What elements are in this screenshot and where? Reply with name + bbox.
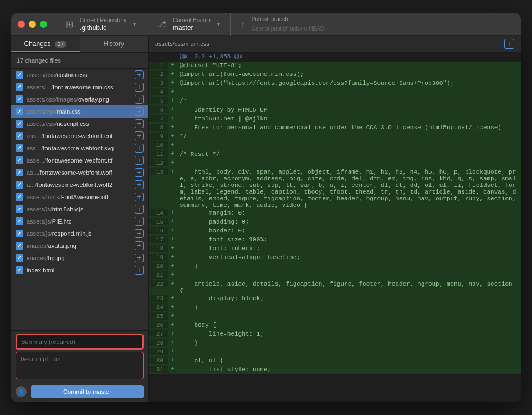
file-stage-button[interactable]: + bbox=[135, 241, 144, 250]
summary-input[interactable] bbox=[16, 334, 144, 350]
file-checkbox[interactable] bbox=[16, 242, 23, 250]
file-checkbox[interactable] bbox=[16, 205, 23, 213]
file-item[interactable]: a.../fontawesome-webfont.woff2+ bbox=[11, 179, 148, 191]
file-checkbox[interactable] bbox=[16, 132, 23, 140]
file-stage-button[interactable]: + bbox=[135, 119, 144, 128]
file-item[interactable]: ass.../fontawesome-webfont.eot+ bbox=[11, 130, 148, 142]
diff-line: 26+ body { bbox=[149, 321, 521, 330]
description-input[interactable] bbox=[16, 352, 144, 379]
file-item[interactable]: asse.../fontawesome-webfont.ttf+ bbox=[11, 154, 148, 166]
file-item[interactable]: assets/css/main.css+ bbox=[11, 105, 148, 118]
changes-badge: 17 bbox=[55, 41, 66, 48]
file-item[interactable]: assets/js/respond.min.js+ bbox=[11, 227, 148, 240]
repo-icon: ⊞ bbox=[66, 19, 73, 29]
file-checkbox[interactable] bbox=[16, 266, 23, 274]
diff-line: 22+ article, aside, details, figcaption,… bbox=[149, 280, 521, 295]
file-checkbox[interactable] bbox=[16, 120, 23, 128]
file-list: assets/css/custom.css+assets/.../font-aw… bbox=[11, 69, 148, 330]
sidebar: Changes 17 History 17 changed files asse… bbox=[11, 36, 149, 402]
branch-section[interactable]: ⎇ Current Branch master ▾ bbox=[146, 13, 231, 36]
file-checkbox[interactable] bbox=[16, 144, 23, 152]
file-checkbox[interactable] bbox=[16, 217, 23, 225]
commit-button[interactable]: Commit to master bbox=[31, 385, 144, 398]
diff-line: 3+@import url("https://fonts.googleapis.… bbox=[149, 79, 521, 88]
file-name: assets/fonts/FontAwesome.otf bbox=[27, 194, 131, 200]
file-name: assets/css/custom.css bbox=[27, 72, 131, 78]
file-stage-button[interactable]: + bbox=[135, 193, 144, 201]
publish-section[interactable]: ↑ Publish branch Cannot publish unborn H… bbox=[231, 13, 334, 36]
repo-name: .github.io bbox=[80, 24, 126, 32]
file-checkbox[interactable] bbox=[16, 156, 23, 164]
file-checkbox[interactable] bbox=[16, 83, 23, 91]
file-name: images/avatar.png bbox=[27, 242, 131, 249]
code-add-button[interactable]: + bbox=[504, 39, 514, 49]
diff-line: 20+ } bbox=[149, 262, 521, 271]
file-stage-button[interactable]: + bbox=[135, 266, 144, 275]
tab-history[interactable]: History bbox=[80, 36, 149, 52]
diff-line: 25+ bbox=[149, 312, 521, 321]
file-checkbox[interactable] bbox=[16, 230, 23, 237]
file-name: asse.../fontawesome-webfont.ttf bbox=[27, 157, 131, 164]
file-item[interactable]: assets/.../font-awesome.min.css+ bbox=[11, 81, 148, 93]
file-item[interactable]: index.html+ bbox=[11, 264, 148, 276]
file-item[interactable]: assets/css/custom.css+ bbox=[11, 69, 148, 81]
diff-line: 18+ font: inherit; bbox=[149, 245, 521, 254]
diff-line: 17+ font-size: 100%; bbox=[149, 236, 521, 245]
file-item[interactable]: assets/js/PIE.htc+ bbox=[11, 215, 148, 227]
file-name: as.../fontawesome-webfont.woff bbox=[27, 169, 131, 176]
file-stage-button[interactable]: + bbox=[135, 205, 144, 214]
file-stage-button[interactable]: + bbox=[135, 180, 144, 189]
tab-changes[interactable]: Changes 17 bbox=[11, 36, 80, 52]
file-item[interactable]: images/bg.jpg+ bbox=[11, 252, 148, 264]
file-checkbox[interactable] bbox=[16, 108, 23, 115]
diff-line: 29+ bbox=[149, 348, 521, 357]
file-item[interactable]: assets/js/html5shiv.js+ bbox=[11, 203, 148, 215]
traffic-lights bbox=[18, 21, 47, 28]
file-item[interactable]: assets/css/images/overlay.png+ bbox=[11, 93, 148, 105]
file-stage-button[interactable]: + bbox=[135, 217, 144, 226]
file-name: assets/css/noscript.css bbox=[27, 120, 131, 127]
diff-line: 9+*/ bbox=[149, 133, 521, 141]
diff-line: 1+@charset "UTF-8"; bbox=[149, 62, 521, 70]
maximize-button[interactable] bbox=[40, 21, 47, 28]
file-item[interactable]: as.../fontawesome-webfont.woff+ bbox=[11, 166, 148, 179]
file-checkbox[interactable] bbox=[16, 71, 23, 79]
file-name: assets/css/images/overlay.png bbox=[27, 96, 131, 103]
repository-section[interactable]: ⊞ Current Repository .github.io ▾ bbox=[56, 13, 146, 36]
diff-line: 16+ border: 0; bbox=[149, 227, 521, 236]
file-item[interactable]: ass.../fontawesome-webfont.svg+ bbox=[11, 142, 148, 154]
file-checkbox[interactable] bbox=[16, 181, 23, 189]
branch-icon: ⎇ bbox=[156, 19, 166, 29]
file-name: assets/css/main.css bbox=[27, 108, 131, 115]
file-name: index.html bbox=[27, 267, 131, 274]
file-stage-button[interactable]: + bbox=[135, 144, 144, 153]
publish-icon: ↑ bbox=[241, 19, 245, 29]
code-header: assets/css/main.css + bbox=[149, 36, 521, 53]
file-stage-button[interactable]: + bbox=[135, 83, 144, 92]
file-checkbox[interactable] bbox=[16, 169, 23, 176]
diff-line: 12+ bbox=[149, 159, 521, 168]
file-item[interactable]: images/avatar.png+ bbox=[11, 240, 148, 252]
file-checkbox[interactable] bbox=[16, 95, 23, 103]
file-stage-button[interactable]: + bbox=[135, 156, 144, 165]
file-checkbox[interactable] bbox=[16, 193, 23, 201]
close-button[interactable] bbox=[18, 21, 25, 28]
file-item[interactable]: assets/fonts/FontAwesome.otf+ bbox=[11, 191, 148, 203]
file-stage-button[interactable]: + bbox=[135, 168, 144, 177]
file-stage-button[interactable]: + bbox=[135, 254, 144, 262]
file-stage-button[interactable]: + bbox=[135, 131, 144, 140]
diff-line: 5+/* bbox=[149, 97, 521, 106]
code-panel: assets/css/main.css + @@ -0,0 +1,856 @@ … bbox=[149, 36, 521, 402]
file-stage-button[interactable]: + bbox=[135, 95, 144, 104]
file-stage-button[interactable]: + bbox=[135, 107, 144, 116]
file-stage-button[interactable]: + bbox=[135, 229, 144, 238]
minimize-button[interactable] bbox=[29, 21, 36, 28]
commit-area: 👤 Commit to master bbox=[11, 330, 148, 402]
diff-line: 21+ bbox=[149, 271, 521, 280]
file-item[interactable]: assets/css/noscript.css+ bbox=[11, 118, 148, 130]
file-stage-button[interactable]: + bbox=[135, 70, 144, 79]
file-path: assets/css/main.css bbox=[155, 41, 209, 47]
file-checkbox[interactable] bbox=[16, 254, 23, 262]
branch-label: Current Branch bbox=[173, 17, 211, 24]
diff-line: 4+ bbox=[149, 88, 521, 97]
